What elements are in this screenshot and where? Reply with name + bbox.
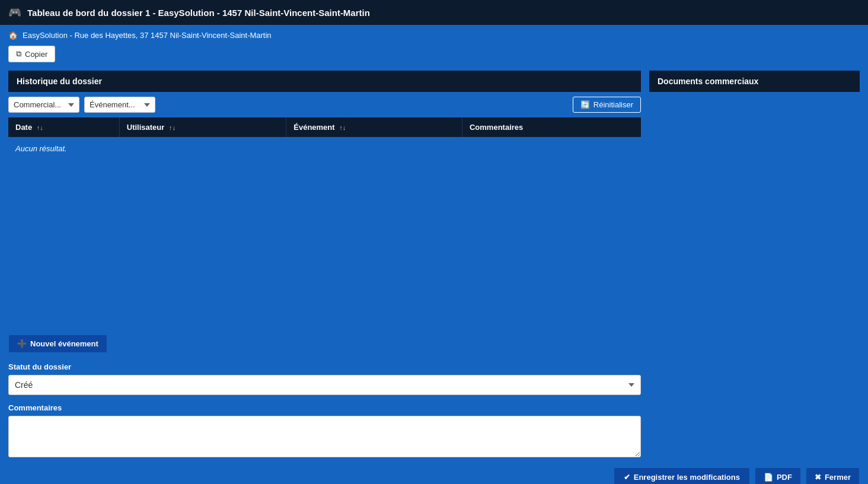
table-header-row: Date ↑↓ Utilisateur ↑↓ Événement ↑↓ Co xyxy=(8,117,641,137)
col-utilisateur[interactable]: Utilisateur ↑↓ xyxy=(119,117,286,137)
sort-arrows-utilisateur: ↑↓ xyxy=(169,124,175,131)
left-section: Historique du dossier Commercial... Évén… xyxy=(8,71,641,459)
new-event-button[interactable]: ➕ Nouvel événement xyxy=(8,335,107,353)
commercial-filter[interactable]: Commercial... xyxy=(8,97,79,113)
historique-table: Date ↑↓ Utilisateur ↑↓ Événement ↑↓ Co xyxy=(8,117,641,160)
home-icon: 🏠 xyxy=(8,31,18,40)
sort-arrows-evenement: ↑↓ xyxy=(339,124,346,131)
close-icon: ✖ xyxy=(815,473,821,482)
no-results-row: Aucun résultat. xyxy=(8,137,641,160)
col-commentaires: Commentaires xyxy=(462,117,641,137)
copy-button[interactable]: ⧉ Copier xyxy=(8,46,55,62)
app-icon: 🎮 xyxy=(8,6,21,19)
pdf-icon: 📄 xyxy=(764,473,773,482)
col-date[interactable]: Date ↑↓ xyxy=(8,117,119,137)
status-section: Statut du dossier Créé En cours Clôturé … xyxy=(8,362,641,459)
sort-arrows-date: ↑↓ xyxy=(37,124,43,131)
col-evenement[interactable]: Événement ↑↓ xyxy=(286,117,462,137)
comments-label: Commentaires xyxy=(8,403,641,412)
comments-textarea[interactable] xyxy=(8,416,641,457)
bottom-actions: ✔ Enregistrer les modifications 📄 PDF ✖ … xyxy=(0,459,868,484)
right-section: Documents commerciaux xyxy=(649,71,860,459)
main-content: Historique du dossier Commercial... Évén… xyxy=(0,71,868,459)
filter-row: Commercial... Événement... 🔄 Réinitialis… xyxy=(8,92,641,117)
address-bar: 🏠 EasySolution - Rue des Hayettes, 37 14… xyxy=(0,25,868,46)
close-button[interactable]: ✖ Fermer xyxy=(806,467,860,484)
save-button[interactable]: ✔ Enregistrer les modifications xyxy=(614,467,750,484)
check-icon: ✔ xyxy=(624,473,630,482)
copy-icon: ⧉ xyxy=(16,49,21,59)
refresh-icon: 🔄 xyxy=(580,100,590,109)
table-wrapper: Date ↑↓ Utilisateur ↑↓ Événement ↑↓ Co xyxy=(8,117,641,325)
plus-icon: ➕ xyxy=(17,339,27,348)
address-text: EasySolution - Rue des Hayettes, 37 1457… xyxy=(23,31,272,40)
documents-header: Documents commerciaux xyxy=(649,71,860,92)
page-title: Tableau de bord du dossier 1 - EasySolut… xyxy=(27,8,370,18)
title-bar: 🎮 Tableau de bord du dossier 1 - EasySol… xyxy=(0,0,868,25)
historique-header: Historique du dossier xyxy=(8,71,641,92)
pdf-button[interactable]: 📄 PDF xyxy=(755,467,801,484)
evenement-filter[interactable]: Événement... xyxy=(84,97,155,113)
status-select[interactable]: Créé En cours Clôturé Annulé xyxy=(8,375,641,395)
reinitialiser-button[interactable]: 🔄 Réinitialiser xyxy=(573,97,641,113)
status-label: Statut du dossier xyxy=(8,362,641,371)
